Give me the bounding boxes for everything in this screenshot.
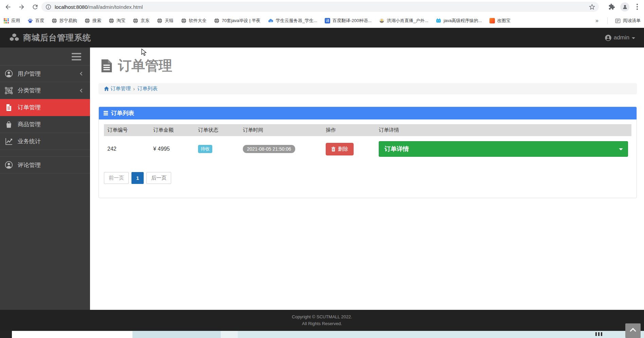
bookmark-label: 淘宝 — [117, 18, 125, 24]
bookmark-label: 苏宁易购 — [59, 18, 77, 24]
app-title: 商城后台管理系统 — [23, 32, 91, 43]
sidebar-item-categories[interactable]: 分类管理 — [0, 82, 90, 99]
forward-icon[interactable] — [16, 1, 27, 13]
status-badge: 待收 — [198, 145, 212, 153]
bookmark-item[interactable]: java高级程序猿的... — [436, 18, 482, 24]
url-text[interactable]: localhost:8080/mall/admin/toIndex.html — [55, 4, 143, 10]
sidebar-item-orders[interactable]: 订单管理 — [0, 99, 90, 116]
bookmark-label: 搜索 — [92, 18, 101, 24]
order-amount-cell: ¥ 4995 — [150, 136, 195, 162]
page-header: 订单管理 — [100, 56, 637, 75]
bookmark-label: 软件大全 — [189, 18, 207, 24]
sidebar-item-products[interactable]: 商品管理 — [0, 116, 90, 133]
footer-copyright: Copyright © SCUTMALL 2022. — [0, 314, 644, 320]
globe-icon — [214, 18, 219, 23]
app-navbar: 商城后台管理系统 admin — [0, 28, 644, 48]
bookmark-item[interactable]: 苏宁易购 — [52, 18, 77, 24]
page-info-icon[interactable] — [46, 4, 51, 10]
bookmark-item[interactable]: 洪湖小肖直播_户外... — [379, 18, 428, 24]
delete-button-label: 删除 — [338, 146, 348, 152]
order-detail-cell: 订单详情 — [375, 136, 631, 162]
prev-page-button[interactable]: 前一页 — [104, 172, 129, 184]
sidebar-toggle-icon[interactable] — [72, 53, 81, 60]
user-icon — [605, 35, 611, 41]
chevron-down-icon — [632, 37, 635, 39]
live-avatar-icon — [379, 18, 384, 23]
delete-button[interactable]: 删除 — [326, 143, 354, 155]
order-detail-label: 订单详情 — [384, 146, 409, 152]
browser-toolbar: localhost:8080/mall/admin/toIndex.html — [0, 0, 644, 14]
shopping-bag-icon — [5, 120, 13, 129]
file-text-icon — [5, 104, 13, 112]
cubes-icon — [9, 33, 20, 42]
globe-icon — [157, 18, 162, 23]
bottom-cutoff-strip — [0, 331, 644, 338]
bookmark-item[interactable]: 软件大全 — [181, 18, 207, 24]
footer-rights: All Rights Reserved. — [0, 320, 644, 327]
bookmark-item[interactable]: 学生云服务器_学生... — [268, 18, 317, 24]
bookmark-item[interactable]: 百度 — [28, 18, 44, 24]
globe-icon — [133, 18, 138, 23]
order-list-panel: 订单列表 订单编号 订单金额 订单状态 订单时间 操作 订单详情 — [99, 107, 637, 198]
strip-glyph-marks — [595, 332, 602, 336]
address-bar[interactable]: localhost:8080/mall/admin/toIndex.html — [41, 2, 599, 12]
bookmark-item[interactable]: 淘宝 — [109, 18, 125, 24]
refresh-icon[interactable] — [29, 1, 41, 13]
bookmark-label: 百度翻译-200种语... — [333, 18, 372, 24]
table-row: 242 ¥ 4995 待收 2021-08-05 21:50:06 — [104, 136, 631, 162]
current-page-button[interactable]: 1 — [131, 172, 144, 184]
chevron-left-icon — [80, 72, 84, 75]
reading-list-label: 阅读清单 — [623, 18, 641, 24]
baidu-paw-icon — [28, 18, 33, 23]
sidebar-item-users[interactable]: 用户管理 — [0, 65, 90, 82]
bookmark-apps[interactable]: 应用 — [3, 18, 20, 24]
sidebar-item-label: 订单管理 — [18, 104, 41, 111]
bookmark-item[interactable]: 天猫 — [157, 18, 174, 24]
globe-icon — [181, 18, 186, 23]
sidebar-item-label: 用户管理 — [18, 70, 41, 78]
bookmark-item[interactable]: 70套java毕设 | 半夜 — [214, 18, 261, 24]
back-icon[interactable] — [2, 1, 14, 13]
sidebar-item-comments[interactable]: 评论管理 — [0, 156, 90, 173]
orders-table: 订单编号 订单金额 订单状态 订单时间 操作 订单详情 242 ¥ 4995 — [104, 124, 631, 162]
chevron-left-icon — [80, 89, 84, 92]
bookmark-item[interactable]: 搜索 — [85, 18, 101, 24]
bookmark-item[interactable]: 京东 — [133, 18, 149, 24]
extensions-icon[interactable] — [608, 3, 615, 11]
sidebar-item-label: 评论管理 — [18, 161, 41, 169]
order-detail-dropdown-button[interactable]: 订单详情 — [379, 141, 628, 157]
app-brand[interactable]: 商城后台管理系统 — [9, 32, 91, 43]
breadcrumb-parent-link[interactable]: 订单管理 — [110, 86, 131, 92]
chevron-down-icon — [619, 148, 623, 150]
globe-icon — [85, 18, 90, 23]
cloud-icon — [268, 18, 273, 23]
breadcrumb-separator: › — [133, 86, 135, 92]
bookmark-label: 学生云服务器_学生... — [276, 18, 317, 24]
list-icon — [104, 111, 108, 115]
panel-body: 订单编号 订单金额 订单状态 订单时间 操作 订单详情 242 ¥ 4995 — [99, 119, 637, 198]
bookmarks-overflow-chevron[interactable]: » — [594, 18, 600, 24]
bookmark-star-icon[interactable] — [589, 3, 595, 10]
panel-title: 订单列表 — [111, 109, 134, 117]
bookmark-label: 70套java毕设 | 半夜 — [222, 18, 261, 24]
bookmark-item[interactable]: 改图宝 — [489, 18, 511, 24]
col-amount: 订单金额 — [150, 124, 195, 136]
browser-menu-icon[interactable] — [634, 4, 640, 10]
back-to-top-button[interactable] — [625, 323, 641, 338]
col-actions: 操作 — [322, 124, 375, 136]
bookmarks-bar: 应用 百度 苏宁易购 搜索 淘宝 京东 天猫 — [0, 14, 644, 28]
tv-bilibili-icon — [436, 18, 441, 23]
sidebar-item-statistics[interactable]: 业务统计 — [0, 133, 90, 150]
profile-avatar[interactable] — [620, 2, 629, 12]
breadcrumb-current[interactable]: 订单列表 — [137, 86, 158, 92]
bookmark-label: 天猫 — [165, 18, 174, 24]
reading-list-button[interactable]: 阅读清单 — [615, 18, 641, 24]
order-id-cell: 242 — [104, 136, 150, 162]
next-page-button[interactable]: 后一页 — [146, 172, 171, 184]
user-menu[interactable]: admin — [605, 34, 635, 41]
home-icon — [104, 86, 109, 91]
sidebar-item-label: 业务统计 — [18, 137, 41, 145]
username: admin — [614, 34, 629, 41]
sidebar-item-label: 商品管理 — [18, 120, 41, 128]
bookmark-item[interactable]: 译 百度翻译-200种语... — [325, 18, 372, 24]
